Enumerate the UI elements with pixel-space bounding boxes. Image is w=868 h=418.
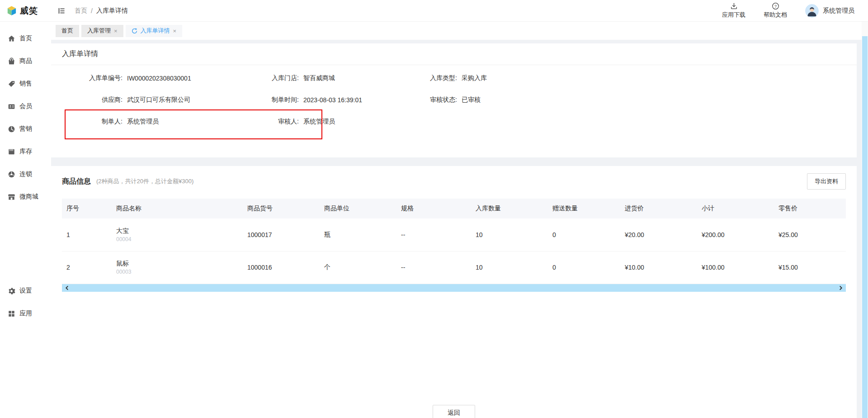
sidebar-item-label: 会员 xyxy=(19,102,32,110)
col-item-no: 商品货号 xyxy=(243,199,320,218)
avatar xyxy=(805,4,819,18)
sidebar-item-chain[interactable]: 连锁 xyxy=(0,163,51,185)
table-row: 2 鼠标 00003 1000016 个 -- 10 0 ¥10.00 ¥100 xyxy=(62,251,846,284)
back-button[interactable]: 返回 xyxy=(433,405,475,418)
sidebar-item-label: 设置 xyxy=(19,287,32,295)
field-auditor: 审核人: 系统管理员 xyxy=(249,118,407,126)
download-icon xyxy=(730,2,738,10)
tab-bar: 首页 入库管理 × 入库单详情 × xyxy=(51,22,862,40)
field-creator: 制单人: 系统管理员 xyxy=(73,118,249,126)
col-name: 商品名称 xyxy=(112,199,243,218)
col-index: 序号 xyxy=(62,199,112,218)
micro-mall-icon xyxy=(8,193,15,201)
vertical-scrollbar-thumb[interactable] xyxy=(862,36,868,418)
header-actions: 应用下载 ? 帮助文档 系统管理员 xyxy=(722,2,868,19)
product-table: 序号 商品名称 商品货号 商品单位 规格 入库数量 赠送数量 进货价 小计 零售… xyxy=(62,199,846,284)
app-root: 威笑 首页 / 入库单详情 应用下载 ? 帮助文 xyxy=(0,0,868,418)
detail-field-row: 制单人: 系统管理员 审核人: 系统管理员 xyxy=(73,117,846,127)
main-area: 首页 入库管理 × 入库单详情 × 入库单详情 xyxy=(51,22,862,418)
horizontal-scrollbar[interactable] xyxy=(62,284,846,292)
sidebar-item-label: 连锁 xyxy=(19,170,32,178)
detail-field-row: 供应商: 武汉可口可乐有限公司 制单时间: 2023-08-03 16:39:0… xyxy=(73,95,846,105)
breadcrumb-separator: / xyxy=(91,7,93,14)
col-gift-qty: 赠送数量 xyxy=(548,199,620,218)
brand-logo-icon xyxy=(5,5,18,17)
sidebar: 首页 商品 销售 会员 xyxy=(0,22,51,418)
app-download-button[interactable]: 应用下载 xyxy=(722,2,745,19)
sidebar-item-apps[interactable]: 应用 xyxy=(0,302,51,325)
detail-card: 入库单详情 入库单编号: IW0000202308030001 入库门店: 智百… xyxy=(51,43,857,157)
col-qty: 入库数量 xyxy=(471,199,548,218)
tab-stockin-management[interactable]: 入库管理 × xyxy=(81,25,123,37)
member-icon xyxy=(8,103,15,110)
sidebar-item-label: 营销 xyxy=(19,125,32,133)
user-name: 系统管理员 xyxy=(823,7,854,15)
detail-field-row: 入库单编号: IW0000202308030001 入库门店: 智百威商城 入库… xyxy=(73,73,846,83)
product-name-cell: 大宝 00004 xyxy=(112,218,243,251)
sidebar-item-marketing[interactable]: 营销 xyxy=(0,118,51,140)
vertical-scrollbar[interactable] xyxy=(862,22,868,418)
breadcrumb-current: 入库单详情 xyxy=(96,7,128,15)
col-spec: 规格 xyxy=(396,199,471,218)
brand[interactable]: 威笑 xyxy=(0,5,51,17)
menu-fold-icon[interactable] xyxy=(57,7,66,15)
svg-text:?: ? xyxy=(774,4,777,9)
inventory-icon xyxy=(8,148,15,156)
detail-fields: 入库单编号: IW0000202308030001 入库门店: 智百威商城 入库… xyxy=(51,65,857,157)
sidebar-item-sales[interactable]: 销售 xyxy=(0,72,51,95)
field-stockin-type: 入库类型: 采购入库 xyxy=(407,74,487,82)
top-header: 威笑 首页 / 入库单详情 应用下载 ? 帮助文 xyxy=(0,0,868,22)
sidebar-item-label: 首页 xyxy=(19,34,32,43)
field-supplier: 供应商: 武汉可口可乐有限公司 xyxy=(73,96,249,104)
breadcrumb: 首页 / 入库单详情 xyxy=(75,7,128,15)
table-header-row: 序号 商品名称 商品货号 商品单位 规格 入库数量 赠送数量 进货价 小计 零售… xyxy=(62,199,846,218)
goods-icon xyxy=(8,57,15,65)
sidebar-item-inventory[interactable]: 库存 xyxy=(0,140,51,163)
sidebar-item-label: 销售 xyxy=(19,80,32,88)
col-subtotal: 小计 xyxy=(697,199,774,218)
page-content: 入库单详情 入库单编号: IW0000202308030001 入库门店: 智百… xyxy=(51,40,862,418)
products-summary: (2种商品，共计20件，总计金额¥300) xyxy=(96,177,193,185)
products-card: 商品信息 (2种商品，共计20件，总计金额¥300) 导出资料 序号 商品名称 xyxy=(51,166,857,418)
help-icon: ? xyxy=(772,2,779,10)
user-menu[interactable]: 系统管理员 xyxy=(805,4,854,18)
help-docs-button[interactable]: ? 帮助文档 xyxy=(764,2,787,19)
field-order-no: 入库单编号: IW0000202308030001 xyxy=(73,74,249,82)
sidebar-item-label: 应用 xyxy=(19,309,32,318)
tab-stockin-detail[interactable]: 入库单详情 × xyxy=(126,25,183,37)
help-docs-label: 帮助文档 xyxy=(764,11,787,19)
sidebar-item-member[interactable]: 会员 xyxy=(0,95,51,118)
app-download-label: 应用下载 xyxy=(722,11,745,19)
refresh-icon[interactable] xyxy=(132,28,137,34)
table-row: 1 大宝 00004 1000017 瓶 -- 10 0 ¥20.00 ¥200 xyxy=(62,218,846,251)
sidebar-item-label: 微商城 xyxy=(19,193,38,201)
field-audit-status: 审核状态: 已审核 xyxy=(407,96,481,104)
sales-icon xyxy=(8,80,15,88)
close-icon[interactable]: × xyxy=(114,28,118,34)
close-icon[interactable]: × xyxy=(173,28,177,34)
gear-icon xyxy=(8,287,15,295)
sidebar-item-label: 商品 xyxy=(19,57,32,65)
sidebar-item-settings[interactable]: 设置 xyxy=(0,280,51,302)
sidebar-item-micro-mall[interactable]: 微商城 xyxy=(0,185,51,208)
home-icon xyxy=(8,35,15,43)
product-name-cell: 鼠标 00003 xyxy=(112,251,243,284)
marketing-icon xyxy=(8,125,15,133)
sidebar-item-home[interactable]: 首页 xyxy=(0,27,51,50)
chevron-left-icon[interactable] xyxy=(65,285,70,290)
export-button[interactable]: 导出资料 xyxy=(807,173,846,190)
col-retail-price: 零售价 xyxy=(774,199,846,218)
tab-label: 首页 xyxy=(61,27,73,35)
tab-label: 入库单详情 xyxy=(141,27,170,35)
footer-actions: 返回 xyxy=(51,405,857,418)
tab-home[interactable]: 首页 xyxy=(56,25,79,37)
col-unit: 商品单位 xyxy=(320,199,396,218)
apps-icon xyxy=(8,310,15,318)
field-store: 入库门店: 智百威商城 xyxy=(249,74,407,82)
breadcrumb-home[interactable]: 首页 xyxy=(75,7,87,15)
tab-label: 入库管理 xyxy=(87,27,111,35)
sidebar-item-goods[interactable]: 商品 xyxy=(0,50,51,72)
field-create-time: 制单时间: 2023-08-03 16:39:01 xyxy=(249,96,407,104)
chevron-right-icon[interactable] xyxy=(838,285,843,290)
products-title: 商品信息 xyxy=(62,177,91,186)
